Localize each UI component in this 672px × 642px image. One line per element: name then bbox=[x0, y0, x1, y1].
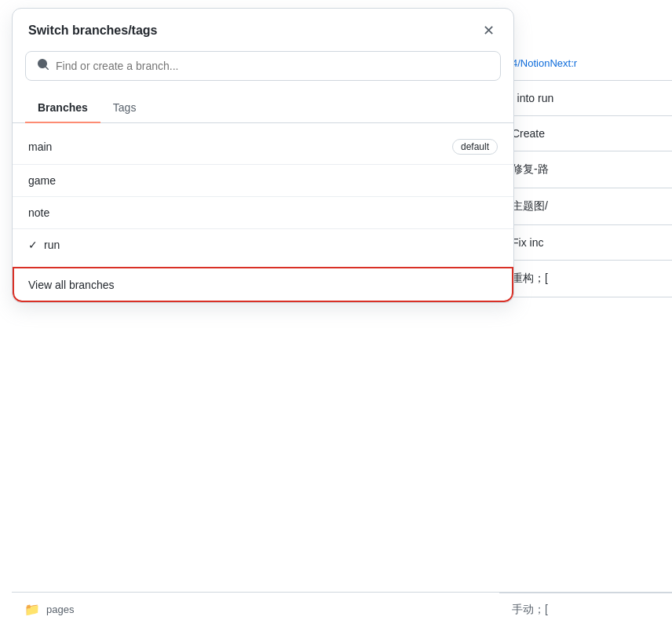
default-badge: default bbox=[452, 139, 498, 155]
branch-item-game[interactable]: game bbox=[13, 165, 513, 197]
commit-refactor: 重构；[ bbox=[499, 261, 672, 297]
dropdown-header: Switch branches/tags ✕ bbox=[13, 9, 513, 51]
search-container bbox=[13, 51, 513, 93]
branch-item-left-note: note bbox=[28, 206, 49, 219]
bottom-right: 手动；[ bbox=[499, 593, 672, 626]
right-column: 4/NotionNext:r ' into run Create 修复-路 主题… bbox=[499, 46, 672, 297]
close-icon: ✕ bbox=[483, 22, 495, 39]
dropdown-title: Switch branches/tags bbox=[28, 24, 158, 38]
search-box bbox=[25, 51, 501, 81]
search-input[interactable] bbox=[56, 60, 489, 72]
branch-item-left-game: game bbox=[28, 174, 56, 187]
search-icon bbox=[37, 58, 49, 74]
branch-item-left-run: ✓ run bbox=[28, 239, 60, 251]
tabs-bar: Branches Tags bbox=[13, 93, 513, 123]
tab-branches[interactable]: Branches bbox=[25, 93, 100, 123]
dropdown-overlay: Switch branches/tags ✕ Branches Tags bbox=[12, 8, 514, 303]
commit-create: Create bbox=[499, 116, 672, 151]
tab-tags[interactable]: Tags bbox=[100, 93, 149, 123]
folder-icon: 📁 bbox=[24, 602, 40, 617]
branch-name-note: note bbox=[28, 206, 49, 219]
branch-name-run: run bbox=[44, 239, 60, 251]
branch-name-main: main bbox=[28, 140, 52, 153]
commit-fix-inc: Fix inc bbox=[499, 225, 672, 261]
close-button[interactable]: ✕ bbox=[479, 21, 498, 40]
branch-item-left-main: main bbox=[28, 140, 52, 153]
commit-fix-road: 修复-路 bbox=[499, 151, 672, 188]
branch-item-main[interactable]: main default bbox=[13, 129, 513, 165]
view-all-branches-button[interactable]: View all branches bbox=[13, 267, 513, 302]
branch-item-run[interactable]: ✓ run bbox=[13, 229, 513, 261]
commit-into-run: ' into run bbox=[499, 81, 672, 116]
folder-name: pages bbox=[46, 604, 74, 615]
branch-item-note[interactable]: note bbox=[13, 197, 513, 229]
notion-link[interactable]: 4/NotionNext:r bbox=[512, 57, 577, 69]
right-link-item: 4/NotionNext:r bbox=[499, 46, 672, 81]
commit-theme: 主题图/ bbox=[499, 188, 672, 225]
dropdown-panel: Switch branches/tags ✕ Branches Tags bbox=[12, 8, 514, 303]
checkmark-icon: ✓ bbox=[28, 239, 38, 251]
branch-name-game: game bbox=[28, 174, 56, 187]
branch-list: main default game note ✓ run bbox=[13, 123, 513, 267]
